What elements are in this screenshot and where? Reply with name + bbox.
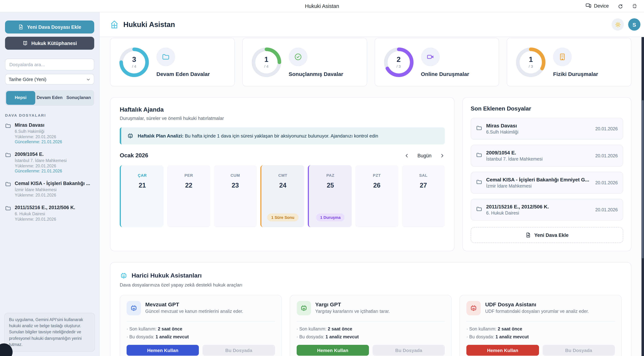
recent-file-date: 20.01.2026 <box>595 207 618 212</box>
check-circle-icon <box>294 53 302 61</box>
banner-text: Bu hafta içinde 1 dava için süresi yakla… <box>184 133 378 139</box>
recent-file-title: 2009/1054 E. <box>486 150 542 155</box>
stat-value: 1 <box>264 56 268 63</box>
search-input[interactable] <box>5 59 94 71</box>
house-icon <box>110 20 119 29</box>
day-cell-car[interactable]: ÇAR 21 <box>120 165 164 227</box>
robot-icon <box>296 301 311 315</box>
scrollbar[interactable] <box>642 37 644 356</box>
add-case-dashed-button[interactable]: Yeni Dava Ekle <box>471 227 623 243</box>
day-cell-cmt[interactable]: CMT 24 1 Süre Sonu <box>260 165 304 227</box>
stats-row: 3/ 4 Devam Eden Davalar 1/ 4 Sonuçlanmış <box>110 38 632 86</box>
scrollbar-thumb[interactable] <box>642 100 644 258</box>
fullscreen-icon[interactable] <box>632 3 638 9</box>
in-this-file-button[interactable]: Bu Dosyada <box>372 345 445 356</box>
add-case-label: Yeni Dava Dosyası Ekle <box>27 24 81 30</box>
month-label: Ocak 2026 <box>120 152 148 159</box>
stat-total: / 4 <box>132 64 136 68</box>
tool-name: Mevzuat GPT <box>145 301 243 307</box>
recent-file-item[interactable]: Miras Davası 6.Sulh Hakimliği 20.01.2026 <box>471 118 623 140</box>
in-this-file-button[interactable]: Bu Dosyada <box>542 345 615 356</box>
donut-chart: 3/ 4 <box>119 47 149 77</box>
folder-icon <box>476 125 482 132</box>
stat-total: / 4 <box>264 64 268 68</box>
avatar[interactable]: S <box>628 18 640 31</box>
case-court: İstanbul 7. İdare Mahkemesi <box>15 158 67 163</box>
stat-label: Fiziki Duruşmalar <box>553 71 598 77</box>
banner-lead: Haftalık Plan Analizi: <box>138 133 184 139</box>
day-cell-sal[interactable]: SAL 27 <box>402 165 445 227</box>
day-number: 21 <box>138 182 146 189</box>
day-cell-paz[interactable]: PAZ 25 1 Duruşma <box>308 165 352 227</box>
agenda-subtitle: Duruşmalar, süreler ve önemli hukuki hat… <box>120 116 445 121</box>
theme-toggle-button[interactable] <box>612 18 624 31</box>
case-file-item[interactable]: 2009/1054 E. İstanbul 7. İdare Mahkemesi… <box>5 151 94 173</box>
robot-icon <box>126 301 141 315</box>
today-button[interactable]: Bugün <box>418 153 432 158</box>
tool-card-yargi-gpt: Yargı GPT Yargıtay kararlarını ve içtiha… <box>290 295 452 356</box>
case-uploaded: Yüklenme: 20.01.2026 <box>15 135 62 139</box>
donut-chart: 2/ 3 <box>384 47 414 77</box>
library-label: Hukuk Kütüphanesi <box>31 41 77 46</box>
tool-description: Yargıtay kararlarını ve içtihatları tara… <box>315 309 390 314</box>
day-name: ÇAR <box>138 173 147 177</box>
stat-value: 3 <box>132 56 136 63</box>
recent-file-court: İstanbul 7. İdare Mahkemesi <box>486 156 542 162</box>
tool-description: Güncel mevzuat ve kanun metinlerini anal… <box>145 309 243 314</box>
case-file-item[interactable]: Miras Davası 6.Sulh Hakimliği Yüklenme: … <box>5 122 94 144</box>
week-strip: ÇAR 21 PER 22 CUM 23 CMT <box>120 165 445 227</box>
file-plus-icon <box>525 232 531 238</box>
hearing-badge: 1 Duruşma <box>316 214 345 221</box>
file-plus-icon <box>18 24 24 30</box>
tab-devam-eden[interactable]: Devam Eden <box>35 91 64 105</box>
day-cell-pzt[interactable]: PZT 26 <box>356 165 398 227</box>
topbar: Hukuki Asistan Device <box>0 0 644 12</box>
day-cell-per[interactable]: PER 22 <box>168 165 210 227</box>
sort-select[interactable]: Tarihe Göre (Yeni) <box>5 74 94 85</box>
library-button[interactable]: Hukuk Kütüphanesi <box>5 37 94 50</box>
add-case-dashed-label: Yeni Dava Ekle <box>534 232 569 238</box>
deadline-badge: 1 Süre Sonu <box>267 214 298 221</box>
day-name: PER <box>184 173 193 177</box>
day-number: 24 <box>279 182 286 189</box>
day-name: CUM <box>230 173 240 177</box>
folder-icon <box>5 123 11 144</box>
day-number: 27 <box>420 182 427 189</box>
in-this-file-button[interactable]: Bu Dosyada <box>202 345 275 356</box>
stat-card-ongoing-cases: 3/ 4 Devam Eden Davalar <box>110 38 235 86</box>
tab-sonuclanan[interactable]: Sonuçlanan <box>64 91 93 105</box>
robot-icon <box>127 132 134 139</box>
use-now-button[interactable]: Hemen Kullan <box>466 345 539 356</box>
use-now-button[interactable]: Hemen Kullan <box>126 345 199 356</box>
recent-file-court: 6. Hukuk Dairesi <box>486 211 549 216</box>
recent-file-item[interactable]: 2009/1054 E. İstanbul 7. İdare Mahkemesi… <box>471 145 623 167</box>
refresh-icon[interactable] <box>618 3 623 9</box>
stat-value: 1 <box>529 56 533 63</box>
recent-file-item[interactable]: 2011/15216 E., 2012/506 K. 6. Hukuk Dair… <box>471 199 623 221</box>
add-case-button[interactable]: Yeni Dava Dosyası Ekle <box>5 21 94 34</box>
chevron-right-icon[interactable] <box>440 153 445 158</box>
case-file-item[interactable]: 2011/15216 E., 2012/506 K. 6. Hukuk Dair… <box>5 205 94 221</box>
tools-section-subtitle: Dava dosyalarınıza özel yapay zekâ deste… <box>120 282 622 288</box>
video-camera-icon <box>426 53 434 61</box>
recent-file-title: Cemal KISA - İçişleri Bakanlığı Emniyet … <box>486 177 589 183</box>
device-button[interactable]: Device <box>585 2 609 10</box>
tab-hepsi[interactable]: Hepsi <box>6 91 35 105</box>
recent-file-court: İzmir İdare Mahkemesi <box>486 184 589 189</box>
case-title: 2009/1054 E. <box>15 151 67 158</box>
robot-icon <box>120 272 128 280</box>
case-title: Miras Davası <box>15 122 62 128</box>
sun-icon <box>614 21 621 28</box>
case-court: 6.Sulh Hakimliği <box>15 129 62 134</box>
use-now-button[interactable]: Hemen Kullan <box>296 345 369 356</box>
day-cell-cum[interactable]: CUM 23 <box>214 165 257 227</box>
tool-card-udf-asistani: UDF Dosya Asistanı UDF formatındaki dosy… <box>460 295 622 356</box>
device-label: Device <box>594 3 609 9</box>
robot-icon <box>466 301 481 315</box>
case-file-item[interactable]: Cemal KISA - İçişleri Bakanlığı ... İzmi… <box>5 181 94 197</box>
chevron-left-icon[interactable] <box>404 153 410 158</box>
file-analysis-line: · Bu dosyada: 1 analiz mevcut <box>126 334 275 339</box>
recent-file-item[interactable]: Cemal KISA - İçişleri Bakanlığı Emniyet … <box>471 172 623 194</box>
building-icon <box>558 53 566 61</box>
main-area: Hukuki Asistan S 3/ 4 Devam Eden Davalar <box>100 12 644 356</box>
